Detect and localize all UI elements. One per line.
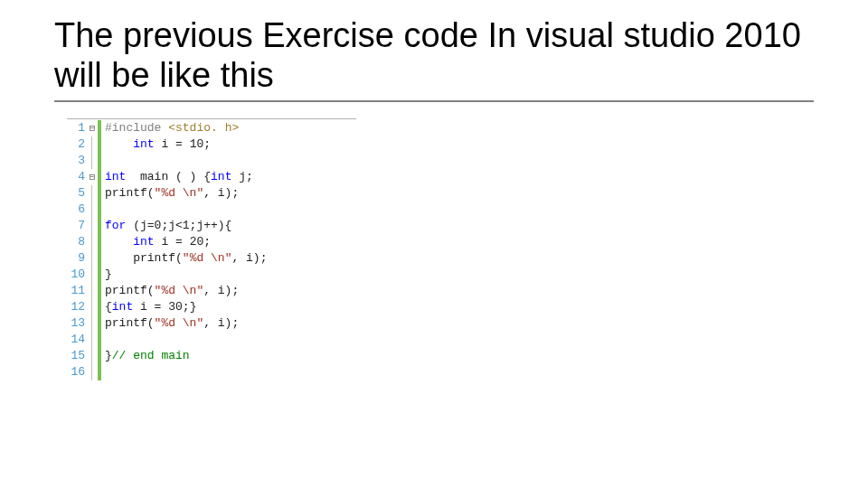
outline-guide — [87, 364, 98, 380]
code-line: 2 int i = 10; — [67, 136, 356, 153]
fold-toggle-icon[interactable]: ⊟ — [87, 120, 98, 136]
code-editor: 1⊟#include <stdio. h>2 int i = 10;34⊟int… — [67, 118, 356, 380]
editor-top-border — [67, 118, 356, 119]
code-text: int main ( ) {int j; — [101, 169, 253, 185]
code-text: int i = 10; — [101, 136, 211, 153]
code-text: } — [101, 267, 112, 283]
code-line: 7for (j=0;j<1;j++){ — [67, 218, 356, 234]
code-text: printf("%d \n", i); — [101, 185, 239, 202]
line-number: 5 — [67, 185, 87, 202]
line-number: 12 — [67, 299, 87, 315]
code-text: printf("%d \n", i); — [101, 250, 267, 267]
outline-guide — [87, 153, 98, 169]
line-number: 14 — [67, 332, 87, 348]
code-line: 3 — [67, 153, 356, 169]
page-title: The previous Exercise code In visual stu… — [54, 16, 814, 102]
outline-guide — [87, 283, 98, 299]
code-line: 16 — [67, 364, 356, 380]
code-body: 1⊟#include <stdio. h>2 int i = 10;34⊟int… — [67, 120, 356, 380]
line-number: 16 — [67, 364, 87, 380]
slide: The previous Exercise code In visual stu… — [0, 0, 868, 488]
code-line: 11printf("%d \n", i); — [67, 283, 356, 299]
line-number: 10 — [67, 267, 87, 283]
line-number: 7 — [67, 218, 87, 234]
outline-guide — [87, 332, 98, 348]
outline-guide — [87, 234, 98, 250]
code-line: 14 — [67, 332, 356, 348]
code-line: 12{int i = 30;} — [67, 299, 356, 315]
code-text — [101, 153, 105, 169]
outline-guide — [87, 218, 98, 234]
code-text: {int i = 30;} — [101, 299, 196, 315]
code-line: 15}// end main — [67, 348, 356, 364]
code-line: 6 — [67, 202, 356, 218]
code-text: }// end main — [101, 348, 190, 364]
code-text: for (j=0;j<1;j++){ — [101, 218, 231, 234]
code-line: 10} — [67, 267, 356, 283]
code-text — [101, 202, 105, 218]
code-line: 13printf("%d \n", i); — [67, 315, 356, 332]
code-line: 1⊟#include <stdio. h> — [67, 120, 356, 136]
outline-guide — [87, 299, 98, 315]
line-number: 1 — [67, 120, 87, 136]
line-number: 3 — [67, 153, 87, 169]
line-number: 8 — [67, 234, 87, 250]
code-line: 9 printf("%d \n", i); — [67, 250, 356, 267]
code-text: printf("%d \n", i); — [101, 315, 239, 332]
outline-guide — [87, 348, 98, 364]
code-text — [101, 332, 105, 348]
line-number: 13 — [67, 315, 87, 332]
line-number: 9 — [67, 250, 87, 267]
line-number: 15 — [67, 348, 87, 364]
line-number: 2 — [67, 136, 87, 153]
code-line: 5printf("%d \n", i); — [67, 185, 356, 202]
code-text — [101, 364, 105, 380]
code-text: #include <stdio. h> — [101, 120, 239, 136]
code-line: 4⊟int main ( ) {int j; — [67, 169, 356, 185]
code-line: 8 int i = 20; — [67, 234, 356, 250]
line-number: 4 — [67, 169, 87, 185]
code-text: printf("%d \n", i); — [101, 283, 239, 299]
outline-guide — [87, 185, 98, 202]
fold-toggle-icon[interactable]: ⊟ — [87, 169, 98, 185]
outline-guide — [87, 250, 98, 267]
code-text: int i = 20; — [101, 234, 211, 250]
line-number: 11 — [67, 283, 87, 299]
line-number: 6 — [67, 202, 87, 218]
outline-guide — [87, 136, 98, 153]
outline-guide — [87, 315, 98, 332]
outline-guide — [87, 202, 98, 218]
outline-guide — [87, 267, 98, 283]
